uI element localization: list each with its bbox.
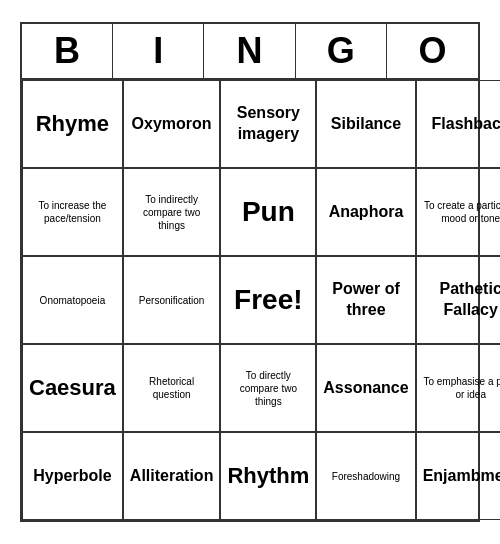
bingo-cell-5[interactable]: To increase the pace/tension [22, 168, 123, 256]
bingo-cell-4[interactable]: Flashback [416, 80, 500, 168]
bingo-cell-18[interactable]: Assonance [316, 344, 415, 432]
bingo-cell-17[interactable]: To directly compare two things [220, 344, 316, 432]
cell-text-9: To create a particular mood or tone [423, 199, 500, 225]
bingo-cell-24[interactable]: Enjambment [416, 432, 500, 520]
bingo-cell-14[interactable]: Pathetic Fallacy [416, 256, 500, 344]
header-letter-I: I [113, 24, 204, 78]
cell-text-21: Alliteration [130, 466, 214, 487]
bingo-cell-16[interactable]: Rhetorical question [123, 344, 221, 432]
cell-text-11: Personification [139, 294, 205, 307]
cell-text-5: To increase the pace/tension [29, 199, 116, 225]
bingo-cell-6[interactable]: To indirectly compare two things [123, 168, 221, 256]
cell-text-19: To emphasise a point or idea [423, 375, 500, 401]
header-letter-O: O [387, 24, 478, 78]
cell-text-15: Caesura [29, 374, 116, 403]
cell-text-4: Flashback [432, 114, 500, 135]
bingo-cell-9[interactable]: To create a particular mood or tone [416, 168, 500, 256]
bingo-header: BINGO [22, 24, 478, 80]
cell-text-24: Enjambment [423, 466, 500, 487]
cell-text-13: Power of three [323, 279, 408, 321]
cell-text-3: Sibilance [331, 114, 401, 135]
cell-text-10: Onomatopoeia [40, 294, 106, 307]
cell-text-7: Pun [242, 194, 295, 230]
header-letter-N: N [204, 24, 295, 78]
bingo-cell-20[interactable]: Hyperbole [22, 432, 123, 520]
bingo-cell-21[interactable]: Alliteration [123, 432, 221, 520]
bingo-cell-0[interactable]: Rhyme [22, 80, 123, 168]
header-letter-B: B [22, 24, 113, 78]
bingo-cell-22[interactable]: Rhythm [220, 432, 316, 520]
bingo-cell-10[interactable]: Onomatopoeia [22, 256, 123, 344]
bingo-cell-2[interactable]: Sensory imagery [220, 80, 316, 168]
bingo-card: BINGO RhymeOxymoronSensory imagerySibila… [20, 22, 480, 522]
cell-text-14: Pathetic Fallacy [423, 279, 500, 321]
bingo-cell-13[interactable]: Power of three [316, 256, 415, 344]
bingo-cell-15[interactable]: Caesura [22, 344, 123, 432]
cell-text-16: Rhetorical question [130, 375, 214, 401]
bingo-cell-8[interactable]: Anaphora [316, 168, 415, 256]
cell-text-6: To indirectly compare two things [130, 193, 214, 232]
cell-text-17: To directly compare two things [227, 369, 309, 408]
cell-text-12: Free! [234, 282, 302, 318]
bingo-cell-1[interactable]: Oxymoron [123, 80, 221, 168]
bingo-cell-23[interactable]: Foreshadowing [316, 432, 415, 520]
bingo-cell-7[interactable]: Pun [220, 168, 316, 256]
cell-text-8: Anaphora [329, 202, 404, 223]
bingo-cell-12[interactable]: Free! [220, 256, 316, 344]
cell-text-20: Hyperbole [33, 466, 111, 487]
cell-text-18: Assonance [323, 378, 408, 399]
cell-text-1: Oxymoron [132, 114, 212, 135]
header-letter-G: G [296, 24, 387, 78]
bingo-cell-3[interactable]: Sibilance [316, 80, 415, 168]
cell-text-2: Sensory imagery [227, 103, 309, 145]
cell-text-0: Rhyme [36, 110, 109, 139]
cell-text-22: Rhythm [227, 462, 309, 491]
bingo-grid: RhymeOxymoronSensory imagerySibilanceFla… [22, 80, 478, 520]
bingo-cell-19[interactable]: To emphasise a point or idea [416, 344, 500, 432]
bingo-cell-11[interactable]: Personification [123, 256, 221, 344]
cell-text-23: Foreshadowing [332, 470, 400, 483]
